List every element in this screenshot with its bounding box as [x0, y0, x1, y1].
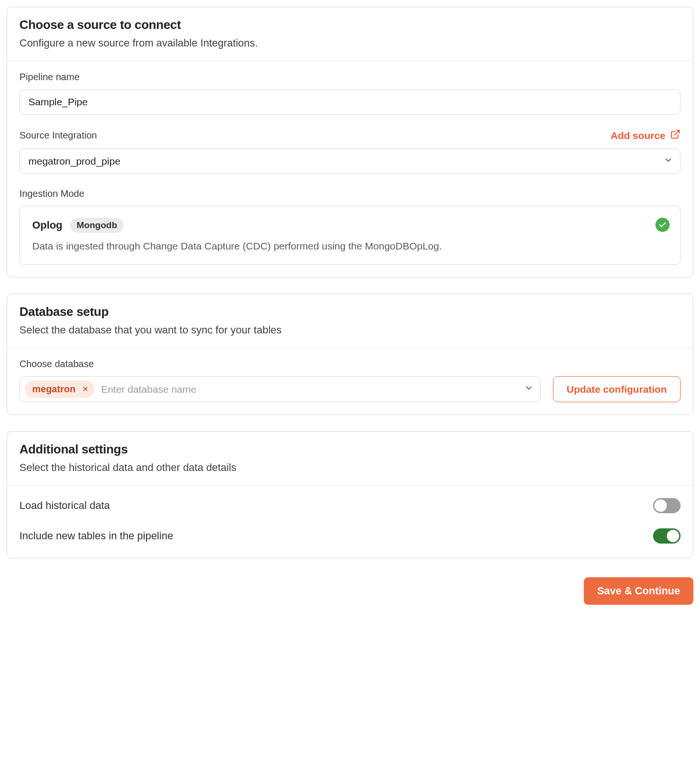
chip-remove-icon[interactable]: [82, 384, 89, 395]
footer: Save & Continue: [7, 574, 693, 605]
ingestion-mode-label: Ingestion Mode: [19, 188, 681, 199]
additional-section: Additional settings Select the historica…: [7, 431, 693, 558]
include-new-label: Include new tables in the pipeline: [19, 530, 173, 542]
add-source-link[interactable]: Add source: [610, 129, 681, 142]
database-title: Database setup: [19, 305, 681, 319]
svg-line-0: [674, 130, 679, 135]
include-new-row: Include new tables in the pipeline: [19, 521, 681, 551]
database-desc: Select the database that you want to syn…: [19, 324, 681, 336]
save-continue-button[interactable]: Save & Continue: [584, 577, 693, 605]
source-title: Choose a source to connect: [19, 18, 681, 32]
add-source-label: Add source: [610, 130, 665, 141]
source-integration-select[interactable]: [19, 148, 681, 174]
choose-database-row: megatron Update configuration: [19, 376, 681, 402]
database-body: Choose database megatron Update configur…: [7, 348, 693, 415]
source-integration-select-wrap: [19, 148, 681, 174]
pipeline-name-field: Pipeline name: [19, 72, 681, 115]
source-integration-field: Source Integration Add source: [19, 129, 681, 174]
ingestion-mode-card[interactable]: Oplog Mongodb Data is ingested through C…: [19, 206, 681, 265]
additional-desc: Select the historical data and other dat…: [19, 462, 681, 474]
choose-database-label: Choose database: [19, 359, 681, 369]
toggle-knob: [667, 530, 679, 542]
load-historical-label: Load historical data: [19, 499, 110, 512]
source-body: Pipeline name Source Integration Add sou…: [7, 61, 693, 277]
database-name-input[interactable]: [101, 384, 517, 395]
chevron-down-icon[interactable]: [524, 383, 534, 395]
source-header: Choose a source to connect Configure a n…: [7, 7, 693, 61]
ingestion-mode-badge: Mongodb: [70, 218, 124, 233]
load-historical-toggle[interactable]: [653, 498, 681, 513]
pipeline-name-label: Pipeline name: [19, 72, 681, 83]
ingestion-mode-desc: Data is ingested through Change Data Cap…: [32, 240, 668, 252]
ingestion-mode-field: Ingestion Mode Oplog Mongodb Data is ing…: [19, 188, 681, 265]
check-circle-icon: [655, 218, 670, 232]
include-new-toggle[interactable]: [653, 528, 681, 544]
source-desc: Configure a new source from available In…: [19, 37, 681, 49]
database-chip-label: megatron: [32, 384, 75, 395]
additional-title: Additional settings: [19, 442, 681, 457]
toggle-knob: [654, 499, 667, 512]
source-section: Choose a source to connect Configure a n…: [7, 7, 693, 277]
source-integration-label: Source Integration: [19, 130, 97, 141]
pipeline-name-input[interactable]: [19, 89, 681, 115]
database-chip: megatron: [25, 380, 94, 398]
update-configuration-button[interactable]: Update configuration: [553, 376, 681, 402]
external-link-icon: [670, 129, 681, 142]
additional-body: Load historical data Include new tables …: [7, 486, 693, 558]
ingestion-mode-top: Oplog Mongodb: [32, 218, 668, 233]
database-section: Database setup Select the database that …: [7, 294, 693, 415]
database-combo[interactable]: megatron: [19, 376, 541, 402]
source-integration-label-row: Source Integration Add source: [19, 129, 681, 142]
load-historical-row: Load historical data: [19, 490, 681, 521]
database-header: Database setup Select the database that …: [7, 294, 693, 348]
ingestion-mode-name: Oplog: [32, 219, 63, 231]
additional-header: Additional settings Select the historica…: [7, 432, 693, 486]
